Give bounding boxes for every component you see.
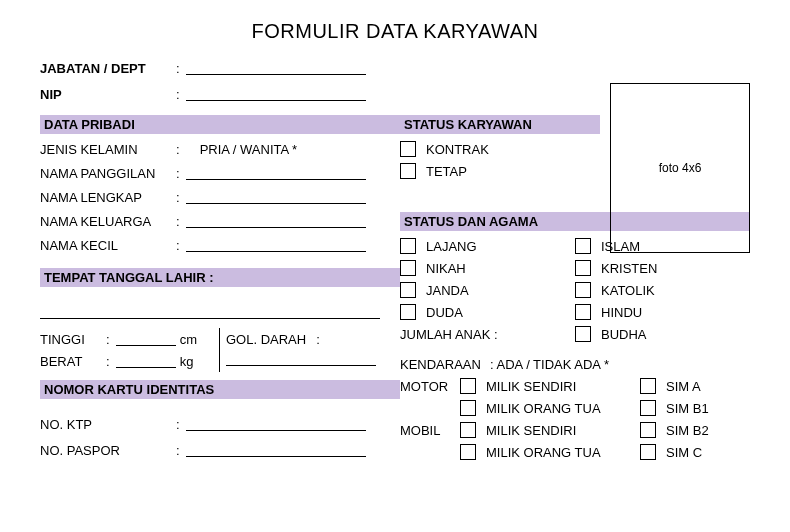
row-kendaraan: KENDARAAN : ADA / TIDAK ADA *	[400, 353, 750, 375]
mobil-label-cell: MOBIL	[400, 419, 460, 441]
checkbox-motor-ortu[interactable]	[460, 400, 476, 416]
checkbox-duda[interactable]	[400, 304, 416, 320]
checkbox-sim-b1[interactable]	[640, 400, 656, 416]
checkbox-hindu[interactable]	[575, 304, 591, 320]
jumlah-anak-label: JUMLAH ANAK :	[400, 327, 498, 342]
gol-darah-label: GOL. DARAH	[226, 332, 306, 347]
nikah-label: NIKAH	[426, 261, 466, 276]
row-jabatan: JABATAN / DEPT :	[40, 57, 750, 79]
checkbox-mobil-ortu[interactable]	[460, 444, 476, 460]
colon: :	[170, 142, 186, 157]
tinggi-field[interactable]	[116, 332, 176, 346]
paspor-field[interactable]	[186, 443, 366, 457]
nama-lengkap-label: NAMA LENGKAP	[40, 190, 170, 205]
paspor-label: NO. PASPOR	[40, 443, 170, 458]
row-tinggi: TINGGI : cm	[40, 328, 219, 350]
nama-kecil-field[interactable]	[186, 238, 366, 252]
nama-lengkap-field[interactable]	[186, 190, 366, 204]
jabatan-label: JABATAN / DEPT	[40, 61, 170, 76]
checkbox-sim-a[interactable]	[640, 378, 656, 394]
jabatan-field[interactable]	[186, 61, 366, 75]
kontrak-label: KONTRAK	[426, 142, 489, 157]
sim-a-label: SIM A	[666, 379, 701, 394]
section-status-karyawan: STATUS KARYAWAN	[400, 115, 600, 134]
nama-panggilan-label: NAMA PANGGILAN	[40, 166, 170, 181]
row-sim-a: SIM A	[640, 375, 750, 397]
colon: :	[100, 354, 116, 369]
row-kontrak: KONTRAK	[400, 138, 600, 160]
checkbox-nikah[interactable]	[400, 260, 416, 276]
motor-sendiri-label: MILIK SENDIRI	[486, 379, 576, 394]
motor-label-cell: MOTOR	[400, 375, 460, 397]
mobil-sendiri-label: MILIK SENDIRI	[486, 423, 576, 438]
row-motor-ortu: MILIK ORANG TUA	[460, 397, 640, 419]
checkbox-kristen[interactable]	[575, 260, 591, 276]
colon: :	[170, 417, 186, 432]
section-nomor-identitas: NOMOR KARTU IDENTITAS	[40, 380, 400, 399]
section-data-pribadi: DATA PRIBADI	[40, 115, 400, 134]
row-nikah: NIKAH	[400, 257, 575, 279]
row-jenis-kelamin: JENIS KELAMIN : PRIA / WANITA *	[40, 138, 400, 160]
tinggi-label: TINGGI	[40, 332, 100, 347]
nama-panggilan-field[interactable]	[186, 166, 366, 180]
nama-keluarga-field[interactable]	[186, 214, 366, 228]
row-sim-b2: SIM B2	[640, 419, 750, 441]
row-kristen: KRISTEN	[575, 257, 750, 279]
colon: :	[170, 214, 186, 229]
checkbox-islam[interactable]	[575, 238, 591, 254]
checkbox-kontrak[interactable]	[400, 141, 416, 157]
checkbox-sim-b2[interactable]	[640, 422, 656, 438]
checkbox-katolik[interactable]	[575, 282, 591, 298]
row-hindu: HINDU	[575, 301, 750, 323]
checkbox-lajang[interactable]	[400, 238, 416, 254]
tempat-lahir-field[interactable]	[40, 305, 380, 319]
nip-field[interactable]	[186, 87, 366, 101]
kendaraan-label: KENDARAAN	[400, 357, 490, 372]
motor-label: MOTOR	[400, 379, 448, 394]
berat-unit: kg	[176, 354, 194, 369]
colon: :	[170, 166, 186, 181]
nama-kecil-label: NAMA KECIL	[40, 238, 170, 253]
row-gol-darah: GOL. DARAH :	[226, 328, 400, 350]
ktp-field[interactable]	[186, 417, 366, 431]
row-jumlah-anak: JUMLAH ANAK :	[400, 323, 575, 345]
checkbox-tetap[interactable]	[400, 163, 416, 179]
row-nama-lengkap: NAMA LENGKAP :	[40, 186, 400, 208]
gol-darah-field[interactable]	[226, 352, 376, 366]
ktp-label: NO. KTP	[40, 417, 170, 432]
photo-box: foto 4x6	[610, 83, 750, 253]
colon: :	[170, 61, 186, 76]
form-title: FORMULIR DATA KARYAWAN	[40, 20, 750, 43]
row-nama-panggilan: NAMA PANGGILAN :	[40, 162, 400, 184]
nama-keluarga-label: NAMA KELUARGA	[40, 214, 170, 229]
sim-b2-label: SIM B2	[666, 423, 709, 438]
mobil-ortu-label: MILIK ORANG TUA	[486, 445, 601, 460]
checkbox-janda[interactable]	[400, 282, 416, 298]
checkbox-sim-c[interactable]	[640, 444, 656, 460]
checkbox-motor-sendiri[interactable]	[460, 378, 476, 394]
photo-label: foto 4x6	[659, 161, 702, 175]
row-ktp: NO. KTP :	[40, 413, 400, 435]
katolik-label: KATOLIK	[601, 283, 655, 298]
row-nama-keluarga: NAMA KELUARGA :	[40, 210, 400, 232]
jenis-kelamin-label: JENIS KELAMIN	[40, 142, 170, 157]
row-sim-c: SIM C	[640, 441, 750, 463]
budha-label: BUDHA	[601, 327, 647, 342]
row-tetap: TETAP	[400, 160, 600, 182]
tinggi-unit: cm	[176, 332, 197, 347]
row-nama-kecil: NAMA KECIL :	[40, 234, 400, 256]
row-mobil-ortu: MILIK ORANG TUA	[460, 441, 640, 463]
nip-label: NIP	[40, 87, 170, 102]
section-tempat-lahir: TEMPAT TANGGAL LAHIR :	[40, 268, 400, 287]
colon: :	[170, 190, 186, 205]
checkbox-budha[interactable]	[575, 326, 591, 342]
berat-field[interactable]	[116, 354, 176, 368]
row-budha: BUDHA	[575, 323, 750, 345]
row-katolik: KATOLIK	[575, 279, 750, 301]
colon: :	[170, 443, 186, 458]
row-motor-sendiri: MILIK SENDIRI	[460, 375, 640, 397]
janda-label: JANDA	[426, 283, 469, 298]
duda-label: DUDA	[426, 305, 463, 320]
checkbox-mobil-sendiri[interactable]	[460, 422, 476, 438]
kristen-label: KRISTEN	[601, 261, 657, 276]
